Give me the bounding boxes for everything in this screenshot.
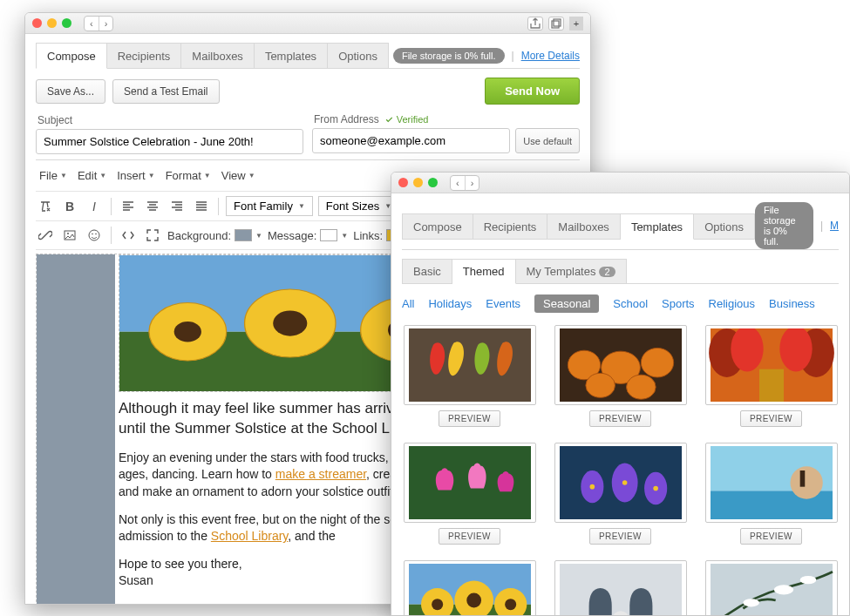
preview-button[interactable]: PREVIEW <box>740 528 802 545</box>
sub-tab-basic[interactable]: Basic <box>402 259 452 284</box>
menu-edit[interactable]: Edit▼ <box>74 166 110 186</box>
card-crocuses[interactable]: PREVIEW <box>553 443 688 545</box>
tab-recipients-2[interactable]: Recipients <box>473 213 548 240</box>
bold-icon[interactable]: B <box>60 197 79 216</box>
share-icon[interactable] <box>527 17 543 30</box>
zoom-dot-2[interactable] <box>428 178 438 187</box>
use-default-button[interactable]: Use default <box>515 128 580 153</box>
clear-format-icon[interactable] <box>36 197 55 216</box>
svg-point-37 <box>653 486 658 491</box>
filter-school[interactable]: School <box>613 297 648 310</box>
duplicate-icon[interactable] <box>548 17 564 30</box>
filter-holidays[interactable]: Holidays <box>428 297 472 310</box>
tab-options-2[interactable]: Options <box>694 213 755 240</box>
from-address-input[interactable] <box>312 128 510 153</box>
align-left-icon[interactable] <box>119 197 138 216</box>
filter-business[interactable]: Business <box>769 297 815 310</box>
code-icon[interactable] <box>119 226 138 245</box>
pipe: | <box>512 50 514 62</box>
align-justify-icon[interactable] <box>192 197 211 216</box>
bg-swatch[interactable] <box>235 229 252 241</box>
tab-compose[interactable]: Compose <box>36 43 107 69</box>
sub-tab-themed[interactable]: Themed <box>452 259 516 284</box>
msg-swatch[interactable] <box>320 229 337 241</box>
tab-mailboxes-2[interactable]: Mailboxes <box>547 213 621 240</box>
window-templates: ‹ › Compose Recipients Mailboxes Templat… <box>391 172 850 616</box>
action-bar: Save As... Send a Test Email Send Now <box>36 78 580 105</box>
filter-sports[interactable]: Sports <box>662 297 695 310</box>
tab-compose-2[interactable]: Compose <box>402 213 473 240</box>
close-dot[interactable] <box>32 18 42 28</box>
storage-details-link[interactable]: More Details <box>521 50 580 62</box>
link-icon[interactable] <box>36 226 55 245</box>
preview-button[interactable]: PREVIEW <box>439 410 500 427</box>
card-winter-mittens[interactable] <box>553 560 688 616</box>
check-icon <box>384 115 394 125</box>
card-fall-forest[interactable]: PREVIEW <box>704 325 839 427</box>
preview-button[interactable]: PREVIEW <box>589 410 651 427</box>
links-label: Links: <box>353 229 383 242</box>
nav-back-2-icon[interactable]: ‹ <box>451 176 465 190</box>
menu-file[interactable]: File▼ <box>36 166 71 186</box>
tab-templates-2[interactable]: Templates <box>621 213 694 240</box>
save-as-button[interactable]: Save As... <box>36 79 105 104</box>
tab-mailboxes[interactable]: Mailboxes <box>181 43 255 69</box>
font-family-select[interactable]: Font Family▼ <box>226 196 313 216</box>
italic-icon[interactable]: I <box>85 197 104 216</box>
menu-format[interactable]: Format▼ <box>162 166 214 186</box>
minimize-dot[interactable] <box>47 18 57 28</box>
svg-rect-52 <box>711 564 833 616</box>
font-sizes-select[interactable]: Font Sizes▼ <box>318 196 399 216</box>
send-now-button[interactable]: Send Now <box>485 78 580 105</box>
filter-events[interactable]: Events <box>486 297 520 310</box>
preview-button[interactable]: PREVIEW <box>589 528 651 545</box>
tab-recipients[interactable]: Recipients <box>107 43 182 69</box>
sub-tab-my-templates[interactable]: My Templates2 <box>516 259 627 284</box>
card-tulips[interactable]: PREVIEW <box>402 443 537 545</box>
filter-seasonal[interactable]: Seasonal <box>534 294 599 313</box>
link-streamer[interactable]: make a streamer <box>275 467 366 481</box>
card-pumpkins[interactable]: PREVIEW <box>553 325 688 427</box>
nav-forward-icon[interactable]: › <box>99 17 113 30</box>
image-icon[interactable] <box>60 226 79 245</box>
fullscreen-icon[interactable] <box>143 226 162 245</box>
svg-point-5 <box>92 234 93 235</box>
svg-point-23 <box>626 375 656 399</box>
preview-button[interactable]: PREVIEW <box>740 410 802 427</box>
svg-point-3 <box>67 233 69 234</box>
svg-rect-0 <box>552 21 559 28</box>
zoom-dot[interactable] <box>62 18 71 28</box>
card-autumn-leaves[interactable]: PREVIEW <box>402 325 537 427</box>
svg-point-48 <box>466 593 481 608</box>
plus-icon[interactable]: + <box>569 17 583 30</box>
send-test-button[interactable]: Send a Test Email <box>112 79 220 104</box>
align-right-icon[interactable] <box>167 197 187 216</box>
card-snowy-branch[interactable] <box>704 560 839 616</box>
card-beach[interactable]: PREVIEW <box>704 443 839 545</box>
main-tabs: Compose Recipients Mailboxes Templates O… <box>36 43 580 69</box>
nav-buttons-2: ‹ › <box>450 175 479 191</box>
svg-point-13 <box>174 322 201 342</box>
storage-more-2[interactable]: M <box>830 220 839 232</box>
subject-input[interactable] <box>36 129 303 154</box>
nav-back-icon[interactable]: ‹ <box>85 17 99 30</box>
svg-point-14 <box>273 310 307 335</box>
link-school-library[interactable]: School Library <box>211 529 288 543</box>
minimize-dot-2[interactable] <box>413 178 423 187</box>
tab-templates[interactable]: Templates <box>255 43 328 69</box>
emoji-icon[interactable] <box>85 226 104 245</box>
preview-button[interactable]: PREVIEW <box>439 528 500 545</box>
menu-insert[interactable]: Insert▼ <box>113 166 158 186</box>
tab-options[interactable]: Options <box>328 43 389 69</box>
window-controls <box>32 18 71 28</box>
message-label: Message: <box>268 229 316 242</box>
close-dot-2[interactable] <box>398 178 408 187</box>
menu-view[interactable]: View▼ <box>218 166 259 186</box>
align-center-icon[interactable] <box>143 197 162 216</box>
nav-fwd-2-icon[interactable]: › <box>465 176 479 190</box>
card-sunflowers[interactable] <box>402 560 537 616</box>
filter-all[interactable]: All <box>402 297 414 310</box>
svg-point-47 <box>432 599 443 610</box>
filter-religious[interactable]: Religious <box>709 297 755 310</box>
storage-pill: File storage is 0% full. <box>393 48 505 64</box>
